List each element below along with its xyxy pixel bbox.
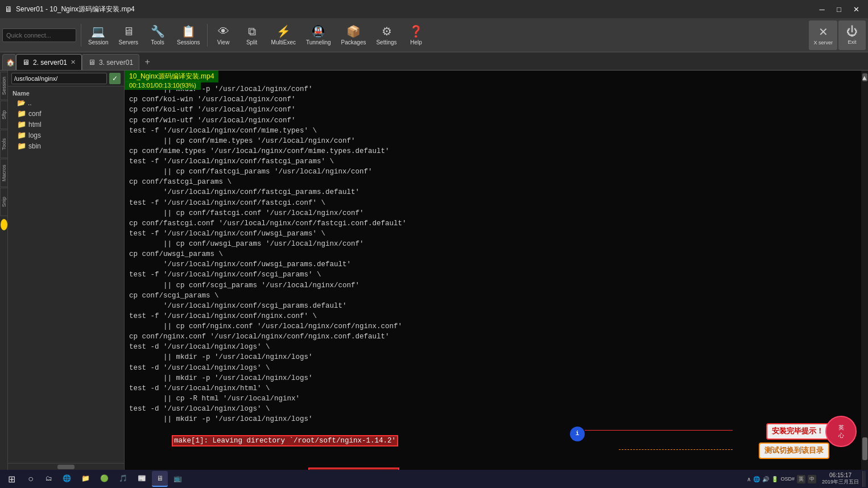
folder-logs-icon: 📁	[17, 131, 26, 139]
start-button[interactable]: ⊞	[2, 471, 20, 487]
side-label-tools[interactable]: Tools	[0, 130, 8, 158]
toolbar-xserver[interactable]: ✕ X server	[809, 20, 837, 50]
path-input[interactable]	[11, 73, 107, 84]
minimize-button[interactable]: ─	[815, 3, 829, 15]
toolbar-tunneling[interactable]: 🚇 Tunneling	[301, 20, 336, 50]
show-desktop-button[interactable]	[862, 471, 866, 487]
toolbar-view[interactable]: 👁 View	[210, 20, 237, 50]
toolbar-multiexec[interactable]: ⚡ MultiExec	[267, 20, 300, 50]
app-icon: 🖥	[5, 5, 13, 14]
taskbar-apps: 🗂 🌐 📁 🟢 🎵 📰 🖥 📺	[41, 471, 743, 487]
name-column-label: Name	[13, 90, 30, 97]
terminal-scrollbar-track[interactable]: ▲ ▼	[861, 71, 868, 470]
tab-home[interactable]: 🏠	[2, 54, 16, 70]
sessions-label: Sessions	[177, 39, 200, 46]
term-line-26: test -d '/usr/local/nginx/logs' \	[129, 342, 863, 352]
help-icon: ❓	[409, 24, 423, 38]
toolbar: 💻 Session 🖥 Servers 🔧 Tools 📋 Sessions 👁…	[0, 18, 868, 52]
taskbar: ⊞ ○ 🗂 🌐 📁 🟢 🎵 📰 🖥 📺 ∧ 🌐 🔊 🔋 OSD# 英 中 06:…	[0, 470, 868, 488]
toolbar-separator-2	[207, 24, 208, 47]
terminal-scroll-up[interactable]: ▲	[862, 73, 867, 81]
highlighted-section: make[1]: Leaving directory `/root/soft/n…	[129, 425, 863, 470]
toolbar-exit[interactable]: ⏻ Exit	[838, 20, 866, 50]
term-line-11: '/usr/local/nginx/conf/fastcgi_params.de…	[129, 187, 863, 197]
xserver-icon: ✕	[819, 25, 828, 39]
title-bar-text: Server01 - 10_Nginx源码编译安装.mp4	[16, 5, 135, 14]
taskbar-app-media[interactable]: 🎵	[114, 471, 132, 487]
toolbar-settings[interactable]: ⚙ Settings	[371, 20, 401, 50]
side-label-snip[interactable]: Snip	[0, 188, 8, 216]
term-line-20: || cp conf/scgi_params '/usr/local/nginx…	[129, 280, 863, 291]
exit-label: Exit	[848, 39, 856, 45]
tools-label: Tools	[151, 39, 164, 46]
taskbar-app-filemanager[interactable]: 🗂	[41, 471, 57, 487]
clock-time: 06:15:17	[822, 472, 859, 478]
term-line-25: cp conf/nginx.conf '/usr/local/nginx/con…	[129, 332, 863, 342]
term-line-8: test -f '/usr/local/nginx/conf/fastcgi_p…	[129, 156, 863, 167]
close-button[interactable]: ✕	[849, 3, 863, 15]
toolbar-help[interactable]: ❓ Help	[403, 20, 430, 50]
tree-item-parent[interactable]: 📂 ..	[8, 98, 124, 108]
taskbar-app-news[interactable]: 📰	[133, 471, 151, 487]
toolbar-split[interactable]: ⧉ Split	[238, 20, 266, 50]
folder-conf-icon: 📁	[17, 109, 26, 118]
taskbar-app-folder[interactable]: 📁	[77, 471, 94, 487]
taskbar-app-chrome[interactable]: 🟢	[96, 471, 113, 487]
term-line-5: test -f '/usr/local/nginx/conf/mime.type…	[129, 126, 863, 136]
main-area: Session Sftp Tools Macros Snip ✓ Name 📂 …	[0, 71, 868, 470]
tab2-icon: 🖥	[88, 58, 96, 67]
speaker-icon: 🔊	[762, 476, 769, 482]
term-line-27: || mkdir -p '/usr/local/nginx/logs'	[129, 352, 863, 362]
tab-server01-2[interactable]: 🖥 3. server01	[82, 54, 139, 70]
toolbar-session[interactable]: 💻 Session	[84, 20, 113, 50]
tree-item-html[interactable]: 📁 html	[8, 119, 124, 130]
folder-sbin-icon: 📁	[17, 142, 26, 150]
avatar-text: 英心	[838, 424, 844, 440]
terminal-container: 10_Nginx源码编译安装.mp4 00:13:01/00:13:10(93%…	[125, 71, 868, 470]
tree-item-logs[interactable]: 📁 logs	[8, 130, 124, 140]
tab-add-button[interactable]: +	[139, 54, 155, 70]
term-line-18: '/usr/local/nginx/conf/uwsgi_params.defa…	[129, 259, 863, 270]
term-line-28: test -d '/usr/local/nginx/logs' \	[129, 363, 863, 373]
term-line-17: cp conf/uwsgi_params \	[129, 249, 863, 259]
tree-item-conf[interactable]: 📁 conf	[8, 108, 124, 119]
toolbar-servers[interactable]: 🖥 Servers	[114, 20, 143, 50]
tab-server01-1[interactable]: 🖥 2. server01 ✕	[16, 54, 82, 70]
quick-connect-input[interactable]	[2, 28, 76, 42]
multiexec-icon: ⚡	[276, 24, 291, 38]
terminal[interactable]: || mkdir -p '/usr/local/nginx/conf' cp c…	[125, 71, 868, 470]
taskbar-app-edge[interactable]: 🌐	[58, 471, 76, 487]
osd-label: OSD#	[780, 476, 795, 482]
side-label-session[interactable]: Session	[0, 72, 8, 100]
term-line-31: || cp -R html '/usr/local/nginx'	[129, 394, 863, 404]
taskbar-app-terminal[interactable]: 🖥	[152, 471, 168, 487]
toolbar-tools[interactable]: 🔧 Tools	[144, 20, 171, 50]
term-prompt-section: [root@server01 nginx-1.14.2]# cd /usr/lo…	[129, 458, 863, 470]
folder-html-icon: 📁	[17, 120, 26, 129]
settings-label: Settings	[376, 39, 396, 46]
tab1-close-icon[interactable]: ✕	[71, 59, 76, 66]
term-line-33: || mkdir -p '/usr/local/nginx/logs'	[129, 414, 863, 424]
taskbar-app-video[interactable]: 📺	[169, 471, 187, 487]
tree-item-sbin[interactable]: 📁 sbin	[8, 140, 124, 151]
install-complete-highlight: make[1]: Leaving directory `/root/soft/n…	[172, 435, 398, 446]
clock-date: 2019年三月五日	[822, 478, 859, 486]
term-line-1: || mkdir -p '/usr/local/nginx/conf'	[129, 84, 863, 94]
sidebar-scrollbar[interactable]	[8, 463, 124, 470]
term-line-4: cp conf/win-utf '/usr/local/nginx/conf'	[129, 115, 863, 126]
side-label-sftp[interactable]: Sftp	[0, 101, 8, 129]
taskbar-sys-tray: ∧ 🌐 🔊 🔋 OSD# 英 中	[745, 475, 819, 483]
term-line-19: test -f '/usr/local/nginx/conf/scgi_para…	[129, 270, 863, 280]
tree-column-header: Name	[8, 89, 124, 98]
toolbar-packages[interactable]: 📦 Packages	[337, 20, 371, 50]
term-highlight-line1: make[1]: Leaving directory `/root/soft/n…	[129, 425, 863, 456]
yellow-dot	[1, 219, 7, 230]
toolbar-sessions[interactable]: 📋 Sessions	[172, 20, 205, 50]
taskbar-clock[interactable]: 06:15:17 2019年三月五日	[820, 472, 861, 486]
maximize-button[interactable]: □	[832, 3, 846, 15]
title-bar-controls: ─ □ ✕	[815, 3, 863, 15]
path-go-button[interactable]: ✓	[109, 73, 121, 84]
tray-arrow-icon[interactable]: ∧	[747, 476, 751, 482]
search-button[interactable]: ○	[22, 471, 40, 487]
side-label-macros[interactable]: Macros	[0, 159, 8, 187]
